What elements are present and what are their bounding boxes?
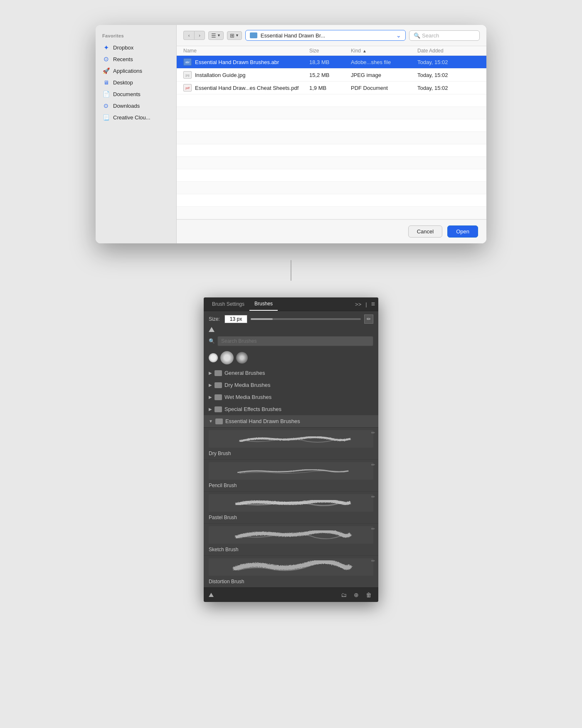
list-view-button[interactable]: ☰ ▼ [208,31,224,40]
sidebar-item-documents[interactable]: 📄 Documents [96,88,176,100]
brush-item-sketch[interactable]: Sketch Brush ✏ [204,524,378,556]
abr-file-icon: abr [183,58,192,66]
panel-menu-icon[interactable]: ≡ [371,300,375,308]
brush-item-pencil[interactable]: Pencil Brush ✏ [204,460,378,492]
file-row[interactable]: pdf Essential Hand Draw...es Cheat Sheet… [177,82,486,94]
edit-icon[interactable]: ✏ [371,430,375,436]
folder-icon: 🗂 [341,592,347,598]
brush-tip-large[interactable] [236,352,248,364]
tab-actions: >> | ≡ [355,300,375,308]
file-row[interactable]: abr Essential Hand Drawn Brushes.abr 18,… [177,56,486,69]
creative-cloud-icon: 📃 [102,114,110,121]
file-table: abr Essential Hand Drawn Brushes.abr 18,… [177,56,486,219]
sidebar-item-recents[interactable]: ⊙ Recents [96,53,176,65]
empty-row [177,169,486,182]
download-icon: ⊙ [102,102,110,109]
size-label: Size: [209,316,221,322]
folder-icon [215,382,222,388]
edit-icon[interactable]: ✏ [371,462,375,468]
search-icon: 🔍 [414,32,420,39]
file-name: Installation Guide.jpg [195,72,245,78]
grid-view-button[interactable]: ⊞ ▼ [227,31,242,40]
pdf-file-icon: pdf [183,84,192,92]
brush-search-input[interactable] [217,336,373,346]
brush-panel: Brush Settings Brushes >> | ≡ Size: ✏ 🔍 [204,297,378,602]
search-bar[interactable]: 🔍 Search [409,30,480,41]
size-increase-triangle[interactable] [209,327,215,332]
brush-group-wet-media[interactable]: ▶ Wet Media Brushes [204,391,378,403]
connector-line [291,260,291,281]
brush-item-label-dry: Dry Brush [209,451,231,456]
brush-tip-medium[interactable] [220,351,234,364]
folder-icon [250,32,257,38]
sidebar-label-documents: Documents [113,91,141,97]
empty-row [177,157,486,169]
file-date: Today, 15:02 [417,59,480,65]
folder-icon [215,370,222,376]
dialog-main-panel: ‹ › ☰ ▼ ⊞ ▼ Essential Hand Drawn Br... ⌄… [177,25,486,243]
tab-brushes[interactable]: Brushes [249,297,278,311]
brush-item-dry[interactable]: Dry Brush ✏ [204,428,378,460]
size-slider[interactable] [251,318,361,320]
cancel-button[interactable]: Cancel [408,225,442,238]
file-kind: PDF Document [351,85,417,91]
size-slider-fill [251,318,273,320]
empty-row [177,94,486,107]
sidebar-label-downloads: Downloads [113,103,140,109]
brush-group-special-effects[interactable]: ▶ Special Effects Brushes [204,403,378,415]
dialog-footer: Cancel Open [177,219,486,243]
file-name-cell: jpg Installation Guide.jpg [183,71,309,79]
add-brush-button[interactable]: ⊕ [352,590,361,599]
expand-icon[interactable]: >> [355,301,361,307]
edit-icon[interactable]: ✏ [371,558,375,564]
sidebar-label-creative-cloud: Creative Clou... [113,114,150,121]
brush-group-essential[interactable]: ▼ Essential Hand Drawn Brushes [204,415,378,427]
pencil-icon-button[interactable]: ✏ [364,314,373,324]
tab-brush-settings[interactable]: Brush Settings [207,298,249,310]
forward-button[interactable]: › [194,31,205,40]
col-header-date: Date Added [417,48,480,54]
brush-item-pastel[interactable]: Pastel Brush ✏ [204,492,378,524]
col-header-name[interactable]: Name [183,48,309,54]
edit-icon[interactable]: ✏ [371,494,375,500]
file-row[interactable]: jpg Installation Guide.jpg 15,2 MB JPEG … [177,69,486,82]
empty-row [177,207,486,219]
brush-group-dry-media[interactable]: ▶ Dry Media Brushes [204,379,378,391]
new-folder-button[interactable]: 🗂 [339,590,348,599]
group-label-essential: Essential Hand Drawn Brushes [225,418,300,424]
location-text: Essential Hand Drawn Br... [261,32,325,39]
desktop-icon: 🖥 [102,79,110,86]
sidebar-item-creative-cloud[interactable]: 📃 Creative Clou... [96,111,176,123]
sidebar-item-dropbox[interactable]: ✦ Dropbox [96,42,176,53]
list-view-arrow: ▼ [217,33,221,37]
chevron-right-icon: ▶ [209,395,212,399]
empty-row [177,132,486,144]
brush-group-general[interactable]: ▶ General Brushes [204,367,378,379]
delete-brush-button[interactable]: 🗑 [364,590,373,599]
edit-icon[interactable]: ✏ [371,526,375,532]
sidebar-item-desktop[interactable]: 🖥 Desktop [96,77,176,88]
clock-icon: ⊙ [102,55,110,63]
size-input[interactable] [224,315,247,323]
group-label-wet-media: Wet Media Brushes [224,394,271,400]
open-button[interactable]: Open [447,225,478,238]
trash-icon: 🗑 [366,592,372,598]
empty-row [177,119,486,132]
search-icon: 🔍 [209,338,215,344]
location-bar[interactable]: Essential Hand Drawn Br... ⌄ [245,30,406,41]
brush-tip-small[interactable] [209,353,218,362]
sidebar-item-downloads[interactable]: ⊙ Downloads [96,100,176,111]
col-header-size[interactable]: Size [309,48,351,54]
footer-triangle-up[interactable] [209,593,214,597]
footer-triangle-row [209,593,336,597]
col-header-kind[interactable]: Kind ▲ [351,48,417,54]
brush-item-distortion[interactable]: Distortion Brush ✏ [204,556,378,587]
sidebar-label-recents: Recents [113,56,133,62]
file-size: 1,9 MB [309,85,351,91]
location-dropdown-icon[interactable]: ⌄ [396,32,401,39]
brush-preview-pastel [209,494,373,512]
chevron-right-icon: ▶ [209,383,212,387]
sidebar-item-applications[interactable]: 🚀 Applications [96,65,176,77]
list-view-icon: ☰ [211,32,216,39]
back-button[interactable]: ‹ [183,31,194,40]
